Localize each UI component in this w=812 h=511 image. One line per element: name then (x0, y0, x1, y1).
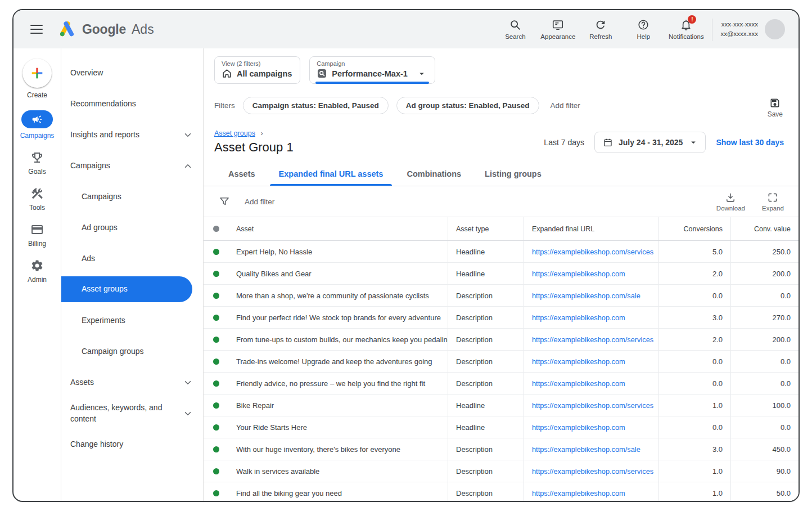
status-cell (204, 373, 228, 394)
url-link[interactable]: https://examplebikeshop.com/services (532, 335, 653, 344)
appearance-button[interactable]: Appearance (536, 19, 579, 40)
column-header-asset[interactable]: Asset (228, 217, 448, 240)
rail-item-campaigns[interactable]: Campaigns (20, 110, 55, 140)
conv-value-cell: 0.0 (730, 285, 799, 306)
breadcrumb-link[interactable]: Asset groups (214, 129, 255, 137)
status-cell (204, 438, 228, 460)
conversions-cell: 2.0 (658, 263, 730, 284)
conversions-cell: 0.0 (658, 373, 730, 394)
table-row[interactable]: With our huge inventory, there's bikes f… (204, 438, 799, 460)
column-header-conv-value[interactable]: Conv. value (730, 217, 799, 240)
url-link[interactable]: https://examplebikeshop.com/sale (532, 445, 640, 454)
appearance-icon (552, 19, 564, 31)
calendar-icon (603, 137, 613, 147)
tab-expanded-final-url-assets[interactable]: Expanded final URL assets (278, 164, 385, 186)
expand-button[interactable]: Expand (762, 192, 784, 212)
nav-item-audiences-keywords-and-content[interactable]: Audiences, keywords, and content (61, 398, 203, 429)
chevron-down-icon (417, 69, 427, 79)
url-link[interactable]: https://examplebikeshop.com (532, 379, 625, 388)
page-header: Asset groups › Asset Group 1 Last 7 days… (204, 129, 799, 155)
url-link[interactable]: https://examplebikeshop.com/services (532, 248, 653, 256)
save-label: Save (768, 110, 783, 118)
url-link[interactable]: https://examplebikeshop.com/services (532, 467, 653, 476)
campaign-scope-chip[interactable]: Campaign Performance-Max-1 (309, 56, 435, 84)
url-link[interactable]: https://examplebikeshop.com/services (532, 401, 653, 410)
rail-item-billing[interactable]: Billing (28, 223, 46, 248)
main-content: View (2 filters) All campaigns Campaign … (204, 48, 799, 501)
tab-combinations[interactable]: Combinations (405, 164, 462, 186)
tab-listing-groups[interactable]: Listing groups (484, 164, 543, 186)
conversions-cell: 2.0 (658, 329, 730, 350)
help-button[interactable]: Help (622, 19, 665, 40)
table-row[interactable]: From tune-ups to custom builds, our mech… (204, 329, 799, 351)
nav-item-assets[interactable]: Assets (61, 367, 203, 398)
nav-item-campaign-groups[interactable]: Campaign groups (61, 336, 203, 367)
app-window: Google Ads SearchAppearanceRefreshHelp!N… (12, 9, 800, 502)
table-row[interactable]: Bike RepairHeadlinehttps://examplebikesh… (204, 395, 799, 416)
filter-funnel-icon[interactable] (219, 196, 230, 207)
table-row[interactable]: Quality Bikes and GearHeadlinehttps://ex… (204, 263, 799, 285)
asset-cell: Expert Help, No Hassle (228, 241, 448, 262)
table-row[interactable]: Find all the biking gear you needDescrip… (204, 482, 799, 501)
nav-item-asset-groups[interactable]: Asset groups (61, 276, 192, 302)
save-button[interactable]: Save (768, 97, 783, 118)
enabled-status-icon (213, 271, 219, 277)
notifications-button[interactable]: !Notifications (665, 19, 707, 40)
rail-item-admin[interactable]: Admin (28, 259, 47, 284)
nav-item-campaigns[interactable]: Campaigns (61, 181, 203, 212)
campaign-status-filter-chip[interactable]: Campaign status: Enabled, Paused (243, 97, 389, 114)
rail-item-tools[interactable]: Tools (29, 187, 45, 212)
rail-label-tools: Tools (29, 204, 45, 212)
nav-item-overview[interactable]: Overview (61, 57, 203, 88)
nav-item-label: Change history (70, 439, 123, 450)
nav-item-recommendations[interactable]: Recommendations (61, 88, 203, 119)
column-header-expanded-final-url[interactable]: Expanded final URL (524, 217, 658, 240)
nav-item-campaigns[interactable]: Campaigns (61, 150, 203, 181)
ad-group-status-filter-chip[interactable]: Ad group status: Enabled, Paused (396, 97, 539, 114)
refresh-button[interactable]: Refresh (579, 19, 622, 40)
expanded-final-url-cell: https://examplebikeshop.com/sale (524, 438, 658, 460)
url-link[interactable]: https://examplebikeshop.com (532, 423, 625, 432)
status-cell (204, 329, 228, 350)
scope-chip-row: View (2 filters) All campaigns Campaign … (214, 56, 799, 84)
nav-item-change-history[interactable]: Change history (61, 429, 203, 460)
search-button[interactable]: Search (494, 19, 536, 40)
url-link[interactable]: https://examplebikeshop.com (532, 357, 625, 366)
nav-item-experiments[interactable]: Experiments (61, 305, 203, 336)
column-header-conversions[interactable]: Conversions (658, 217, 730, 240)
nav-item-insights-and-reports[interactable]: Insights and reports (61, 119, 203, 150)
nav-item-ad-groups[interactable]: Ad groups (61, 212, 203, 243)
show-last-30-days-link[interactable]: Show last 30 days (716, 138, 784, 147)
table-row[interactable]: Trade-ins welcome! Upgrade and keep the … (204, 351, 799, 373)
add-filter-link[interactable]: Add filter (551, 101, 580, 110)
rail-item-create[interactable]: Create (22, 59, 52, 99)
view-scope-chip[interactable]: View (2 filters) All campaigns (214, 56, 300, 84)
avatar[interactable] (765, 19, 785, 39)
table-add-filter[interactable]: Add filter (245, 198, 274, 206)
enabled-status-icon (213, 358, 219, 365)
rail-item-goals[interactable]: Goals (28, 151, 46, 176)
download-button[interactable]: Download (716, 192, 745, 212)
menu-icon[interactable] (30, 25, 43, 34)
column-header-asset-type[interactable]: Asset type (448, 217, 524, 240)
assets-table: Asset Asset type Expanded final URL Conv… (204, 217, 799, 501)
status-cell (204, 241, 228, 262)
nav-item-ads[interactable]: Ads (61, 243, 203, 274)
chevron-down-icon (688, 137, 698, 147)
expanded-final-url-cell: https://examplebikeshop.com (524, 307, 658, 328)
asset-cell: More than a shop, we're a community of p… (228, 285, 448, 306)
url-link[interactable]: https://examplebikeshop.com/sale (532, 292, 640, 300)
goals-icon (30, 151, 44, 164)
date-range-picker[interactable]: July 24 - 31, 2025 (594, 132, 706, 153)
table-row[interactable]: Your Ride Starts HereHeadlinehttps://exa… (204, 416, 799, 438)
table-row[interactable]: Expert Help, No HassleHeadlinehttps://ex… (204, 241, 799, 263)
table-row[interactable]: Walk in services availableDescriptionhtt… (204, 460, 799, 482)
rail-label-goals: Goals (28, 168, 46, 176)
url-link[interactable]: https://examplebikeshop.com (532, 489, 625, 497)
table-row[interactable]: Friendly advice, no pressure – we help y… (204, 373, 799, 395)
url-link[interactable]: https://examplebikeshop.com (532, 270, 625, 278)
url-link[interactable]: https://examplebikeshop.com (532, 313, 625, 322)
tab-assets[interactable]: Assets (227, 164, 256, 186)
table-row[interactable]: Find your perfect ride! We stock top bra… (204, 307, 799, 329)
table-row[interactable]: More than a shop, we're a community of p… (204, 285, 799, 307)
